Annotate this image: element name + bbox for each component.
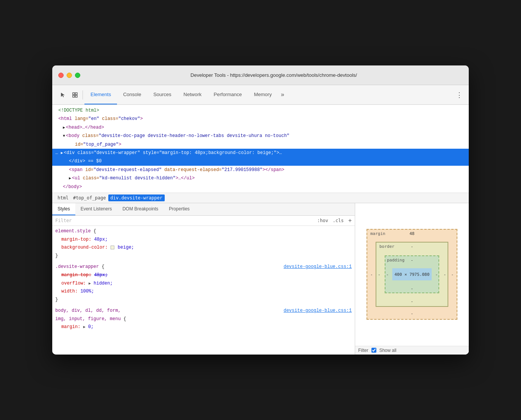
margin-top-value: 48 bbox=[409, 231, 414, 236]
rule-element-style: element.style { margin-top: 48px; backgr… bbox=[55, 227, 352, 260]
titlebar: Developer Tools - https://developers.goo… bbox=[52, 65, 469, 85]
margin-bottom-value: - bbox=[411, 311, 413, 316]
tab-performance[interactable]: Performance bbox=[207, 85, 248, 104]
dom-line-doctype[interactable]: <!DOCTYPE html> bbox=[52, 106, 469, 115]
breadcrumb-html[interactable]: html bbox=[55, 194, 71, 201]
padding-label: padding bbox=[387, 258, 404, 263]
padding-bottom-value: - bbox=[411, 286, 413, 291]
dom-line-body-id[interactable]: id="top_of_page"> bbox=[52, 140, 469, 149]
margin-left-value: - bbox=[370, 272, 373, 277]
dom-line-body[interactable]: ▼<body class="devsite-doc-page devsite-h… bbox=[52, 132, 469, 140]
box-model-area: margin 48 - - - border - - - - bbox=[355, 203, 469, 346]
dom-line-span[interactable]: <span id="devsite-request-elapsed" data-… bbox=[52, 166, 469, 174]
content-area: <!DOCTYPE html> <html lang="en" class="c… bbox=[52, 105, 469, 355]
toolbar-icons bbox=[55, 90, 83, 100]
styles-content: element.style { margin-top: 48px; backgr… bbox=[52, 226, 355, 355]
rule-selector-wrapper: .devsite-wrapper { devsite-google-blue.c… bbox=[55, 263, 352, 271]
bottom-filter-bar: Filter Show all bbox=[355, 346, 469, 355]
maximize-button[interactable] bbox=[75, 73, 80, 78]
rule-source-link-2[interactable]: devsite-google-blue.css:1 bbox=[284, 307, 352, 315]
rule-close-brace: } bbox=[55, 252, 352, 260]
border-top-value: - bbox=[411, 244, 413, 249]
main-tabs: Elements Console Sources Network Perform… bbox=[84, 85, 287, 104]
minimize-button[interactable] bbox=[67, 73, 72, 78]
dom-line-div-close[interactable]: </div> == $0 bbox=[52, 157, 469, 165]
margin-right-value: - bbox=[451, 272, 454, 277]
tab-properties[interactable]: Properties bbox=[164, 203, 195, 215]
rule-selector-body: body, div, dl, dd, form, devsite-google-… bbox=[55, 307, 352, 315]
show-all-label: Show all bbox=[379, 348, 396, 353]
add-style-rule-button[interactable]: + bbox=[348, 217, 352, 224]
dom-line-ul[interactable]: ▶<ul class="kd-menulist devsite-hidden">… bbox=[52, 174, 469, 182]
traffic-lights bbox=[58, 73, 80, 78]
dom-line-head[interactable]: ▶<head>…</head> bbox=[52, 123, 469, 132]
svg-rect-2 bbox=[73, 95, 75, 97]
rule-selector-body2: img, input, figure, menu { bbox=[55, 315, 352, 324]
content-box: 400 × 7975.080 bbox=[392, 268, 432, 280]
border-left-value: - bbox=[378, 272, 381, 277]
tab-styles[interactable]: Styles bbox=[52, 203, 75, 215]
breadcrumb-div-wrapper[interactable]: div.devsite-wrapper bbox=[108, 194, 165, 201]
rule-prop-margin-top[interactable]: margin-top: 48px; bbox=[55, 236, 352, 244]
border-bottom-value: - bbox=[411, 299, 413, 304]
close-button[interactable] bbox=[58, 73, 64, 78]
devtools-window: Developer Tools - https://developers.goo… bbox=[52, 65, 469, 355]
filter-placeholder: Filter bbox=[55, 218, 313, 223]
show-all-checkbox[interactable] bbox=[371, 348, 376, 353]
cls-button[interactable]: .cls bbox=[331, 218, 345, 224]
rule-prop-bg-color[interactable]: background-color: beige; bbox=[55, 244, 352, 252]
box-model-panel: margin 48 - - - border - - - - bbox=[355, 203, 469, 355]
filter-label: Filter bbox=[358, 348, 368, 353]
padding-left-value: - bbox=[386, 272, 389, 277]
lower-panel: Styles Event Listeners DOM Breakpoints P… bbox=[52, 203, 469, 355]
hov-button[interactable]: :hov bbox=[316, 218, 330, 224]
breadcrumb-top-of-page[interactable]: #top_of_page bbox=[71, 194, 108, 201]
rule-body-div: body, div, dl, dd, form, devsite-google-… bbox=[55, 307, 352, 331]
window-title: Developer Tools - https://developers.goo… bbox=[85, 72, 463, 78]
border-right-value: - bbox=[443, 272, 446, 277]
tab-console[interactable]: Console bbox=[117, 85, 147, 104]
dom-line-html[interactable]: <html lang="en" class="chekov"> bbox=[52, 115, 469, 123]
svg-rect-1 bbox=[75, 93, 77, 95]
box-model-diagram: margin 48 - - - border - - - - bbox=[367, 229, 457, 320]
cursor-icon[interactable] bbox=[58, 90, 67, 100]
margin-label: margin bbox=[370, 231, 385, 236]
tab-sources[interactable]: Sources bbox=[147, 85, 178, 104]
rule-selector-element: element.style { bbox=[55, 227, 352, 236]
svg-rect-0 bbox=[73, 93, 75, 95]
rule-devsite-wrapper: .devsite-wrapper { devsite-google-blue.c… bbox=[55, 263, 352, 304]
filter-buttons: :hov .cls bbox=[316, 218, 345, 224]
border-label: border bbox=[379, 244, 395, 249]
tab-memory[interactable]: Memory bbox=[248, 85, 278, 104]
rule-prop-margin[interactable]: margin: ▶ 0; bbox=[55, 323, 352, 331]
panel-tabs: Styles Event Listeners DOM Breakpoints P… bbox=[52, 203, 355, 216]
rule-prop-overflow[interactable]: overflow: ▶ hidden; bbox=[55, 280, 352, 288]
rule-prop-margin-top-strike[interactable]: margin-top: 48px; bbox=[55, 271, 352, 280]
rule-close-brace-2: } bbox=[55, 296, 352, 304]
tab-elements[interactable]: Elements bbox=[84, 85, 117, 104]
dom-tree: <!DOCTYPE html> <html lang="en" class="c… bbox=[52, 105, 469, 193]
dom-line-body-close[interactable]: </body> bbox=[52, 183, 469, 191]
breadcrumb: html #top_of_page div.devsite-wrapper bbox=[52, 193, 469, 203]
content-size: 400 × 7975.080 bbox=[395, 272, 430, 277]
tab-event-listeners[interactable]: Event Listeners bbox=[75, 203, 117, 215]
rule-prop-width[interactable]: width: 100%; bbox=[55, 288, 352, 296]
devtools-menu-button[interactable]: ⋮ bbox=[453, 91, 466, 99]
more-tabs-button[interactable]: » bbox=[278, 85, 287, 104]
styles-panel: Styles Event Listeners DOM Breakpoints P… bbox=[52, 203, 355, 355]
padding-top-value: - bbox=[411, 258, 413, 263]
dom-line-div-selected[interactable]: … ▶<div class="devsite-wrapper" style="m… bbox=[52, 149, 469, 157]
filter-bar: Filter :hov .cls + bbox=[52, 216, 355, 226]
color-swatch-beige[interactable] bbox=[111, 246, 114, 249]
svg-rect-3 bbox=[75, 95, 77, 97]
tab-dom-breakpoints[interactable]: DOM Breakpoints bbox=[117, 203, 164, 215]
padding-right-value: - bbox=[435, 272, 438, 277]
rule-source-link-1[interactable]: devsite-google-blue.css:1 bbox=[284, 263, 352, 271]
box-inspect-icon[interactable] bbox=[70, 90, 80, 100]
devtools-toolbar: Elements Console Sources Network Perform… bbox=[52, 85, 469, 105]
tab-network[interactable]: Network bbox=[178, 85, 208, 104]
